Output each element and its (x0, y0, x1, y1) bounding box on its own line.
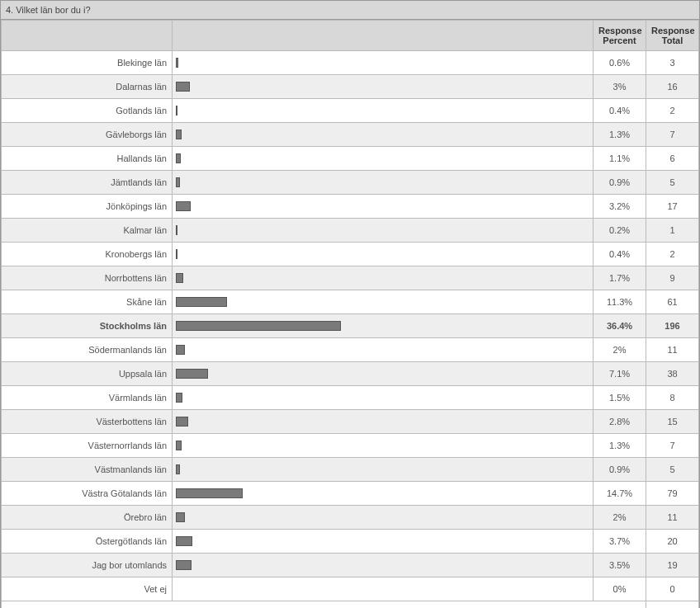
row-percent: 14.7% (594, 482, 646, 506)
row-bar-cell (173, 147, 594, 171)
row-bar-cell (173, 290, 594, 314)
row-total: 19 (646, 554, 699, 577)
row-total: 3 (646, 51, 699, 75)
row-percent: 7.1% (594, 362, 646, 386)
row-percent: 2% (594, 338, 646, 362)
row-percent: 11.3% (594, 290, 646, 314)
row-total: 1 (646, 219, 699, 243)
table-row: Värmlands län1.5%8 (2, 386, 699, 410)
row-total: 9 (646, 266, 699, 290)
row-label: Stockholms län (2, 314, 173, 338)
row-label: Dalarnas län (2, 75, 173, 99)
bar (176, 201, 191, 211)
table-row: Kronobergs län0.4%2 (2, 243, 699, 266)
bar (176, 512, 185, 522)
table-row: Kalmar län0.2%1 (2, 219, 699, 243)
row-label: Hallands län (2, 147, 173, 171)
row-total: 2 (646, 243, 699, 266)
bar (176, 130, 182, 139)
row-label: Västernorrlands län (2, 434, 173, 458)
row-percent: 0.4% (594, 243, 646, 266)
row-percent: 0% (594, 577, 646, 601)
row-percent: 1.3% (594, 434, 646, 458)
row-bar-cell (173, 51, 594, 75)
table-row: Gotlands län0.4%2 (2, 99, 699, 123)
table-row: Örebro län2%11 (2, 506, 699, 530)
row-total: 5 (646, 171, 699, 195)
bar (176, 369, 208, 379)
row-percent: 3.2% (594, 195, 646, 219)
row-percent: 1.5% (594, 386, 646, 410)
row-label: Gotlands län (2, 99, 173, 123)
bar (176, 273, 183, 283)
row-bar-cell (173, 338, 594, 362)
table-row: Skåne län11.3%61 (2, 290, 699, 314)
bar (176, 488, 243, 498)
table-row: Jag bor utomlands3.5%19 (2, 554, 699, 577)
question-header: 4. Vilket län bor du i? (1, 1, 699, 20)
row-bar-cell (173, 171, 594, 195)
bar (176, 225, 177, 235)
row-total: 38 (646, 362, 699, 386)
row-percent: 3.7% (594, 530, 646, 554)
header-total: Response Total (646, 21, 699, 51)
bar (176, 560, 192, 570)
row-bar-cell (173, 266, 594, 290)
table-row: Västernorrlands län1.3%7 (2, 434, 699, 458)
row-bar-cell (173, 123, 594, 147)
table-row: Gävleborgs län1.3%7 (2, 123, 699, 147)
row-label: Vet ej (2, 577, 173, 601)
table-row: Stockholms län36.4%196 (2, 314, 699, 338)
bar (176, 441, 182, 450)
row-bar-cell (173, 219, 594, 243)
row-label: Jönköpings län (2, 195, 173, 219)
table-row: Jämtlands län0.9%5 (2, 171, 699, 195)
row-percent: 1.3% (594, 123, 646, 147)
row-total: 8 (646, 386, 699, 410)
row-label: Kalmar län (2, 219, 173, 243)
row-bar-cell (173, 386, 594, 410)
row-percent: 0.9% (594, 171, 646, 195)
row-total: 6 (646, 147, 699, 171)
row-percent: 0.4% (594, 99, 646, 123)
bar (176, 345, 185, 355)
row-total: 5 (646, 458, 699, 482)
table-row: Norrbottens län1.7%9 (2, 266, 699, 290)
row-total: 7 (646, 434, 699, 458)
row-percent: 3.5% (594, 554, 646, 577)
bar (176, 58, 178, 68)
table-row: Uppsala län7.1%38 (2, 362, 699, 386)
header-percent: Response Percent (594, 21, 646, 51)
row-bar-cell (173, 577, 594, 601)
table-row: Södermanlands län2%11 (2, 338, 699, 362)
row-label: Uppsala län (2, 362, 173, 386)
row-total: 79 (646, 482, 699, 506)
table-row: Vet ej0%0 (2, 577, 699, 601)
row-label: Gävleborgs län (2, 123, 173, 147)
table-row: Östergötlands län3.7%20 (2, 530, 699, 554)
row-total: 11 (646, 506, 699, 530)
row-label: Blekinge län (2, 51, 173, 75)
row-bar-cell (173, 530, 594, 554)
row-bar-cell (173, 506, 594, 530)
table-row: Dalarnas län3%16 (2, 75, 699, 99)
bar (176, 153, 181, 163)
summary-value: 538 (646, 601, 699, 609)
row-bar-cell (173, 243, 594, 266)
row-total: 196 (646, 314, 699, 338)
row-bar-cell (173, 99, 594, 123)
row-percent: 0.6% (594, 51, 646, 75)
bar (176, 464, 180, 474)
header-row: Response Percent Response Total (2, 21, 699, 51)
row-bar-cell (173, 410, 594, 434)
row-bar-cell (173, 482, 594, 506)
row-label: Västerbottens län (2, 410, 173, 434)
table-row: Blekinge län0.6%3 (2, 51, 699, 75)
row-label: Jag bor utomlands (2, 554, 173, 577)
bar (176, 106, 177, 115)
row-total: 20 (646, 530, 699, 554)
bar (176, 321, 341, 331)
header-label (2, 21, 173, 51)
row-label: Jämtlands län (2, 171, 173, 195)
row-bar-cell (173, 75, 594, 99)
